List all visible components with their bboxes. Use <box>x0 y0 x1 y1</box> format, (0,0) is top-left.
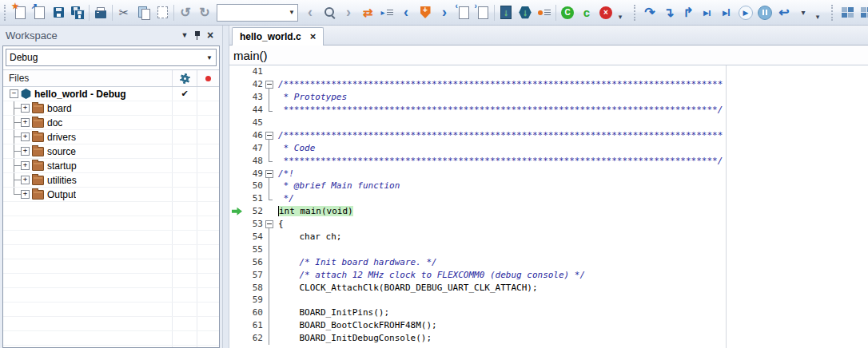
panel-splitter[interactable] <box>222 26 229 348</box>
compile-icon[interactable]: c <box>577 2 596 23</box>
workspace-close-icon[interactable]: × <box>204 29 217 42</box>
code-text[interactable]: /***************************************… <box>278 130 723 140</box>
run-to-cursor-icon[interactable]: ▸I <box>717 2 736 23</box>
navigate-swap-icon[interactable]: ⇄ <box>358 2 377 23</box>
fold-collapse-icon[interactable] <box>265 132 273 140</box>
breakpoint-column[interactable] <box>197 70 219 86</box>
prev-bookmark-icon[interactable]: ‹ <box>396 2 416 23</box>
code-text[interactable]: /* attach 12 MHz clock to FLEXCOMM0 (deb… <box>278 270 585 280</box>
breakpoint-gutter[interactable] <box>229 281 245 294</box>
rebuild-all-icon[interactable]: C <box>558 2 577 23</box>
toolbar-grip-handle[interactable] <box>4 5 8 21</box>
breakpoint-gutter[interactable] <box>229 141 245 154</box>
tree-item-startup[interactable]: +startup <box>3 159 219 173</box>
step-out-icon[interactable]: ↱ <box>679 2 698 23</box>
code-text[interactable]: * @brief Main function <box>278 180 400 191</box>
configuration-select[interactable]: Debug ▼ <box>6 49 217 66</box>
code-text[interactable]: /***************************************… <box>278 79 723 89</box>
cut-icon[interactable]: ✂ <box>114 2 133 23</box>
find-icon[interactable] <box>320 2 339 23</box>
code-text[interactable]: { <box>278 219 284 229</box>
copy-icon[interactable] <box>133 2 153 23</box>
tree-item-doc[interactable]: +doc <box>3 116 219 130</box>
prev-file-icon[interactable]: ‹ <box>454 2 473 23</box>
code-text[interactable]: int main(void) <box>278 206 353 216</box>
print-icon[interactable] <box>91 2 110 23</box>
download-and-debug-icon[interactable]: ↓ <box>516 2 535 23</box>
code-text[interactable]: * Prototypes <box>278 92 347 102</box>
tree-item-drivers[interactable]: +drivers <box>3 130 219 144</box>
tree-expander-icon[interactable]: + <box>21 147 30 156</box>
next-statement-icon[interactable]: ▸ı <box>698 2 717 23</box>
breakpoint-gutter[interactable] <box>229 180 245 192</box>
find-next-icon[interactable]: › <box>339 2 358 23</box>
code-area[interactable]: 4142/***********************************… <box>229 65 868 348</box>
memory-window-icon[interactable]: + <box>857 2 868 23</box>
code-text[interactable]: BOARD_BootClockFROHF48M(); <box>278 320 437 330</box>
code-text[interactable]: char ch; <box>278 231 341 242</box>
paste-icon[interactable] <box>153 2 172 23</box>
code-text[interactable]: /*! <box>278 168 294 179</box>
reset-icon[interactable]: ↩ <box>774 2 794 23</box>
new-document-icon[interactable]: ★ <box>10 2 30 23</box>
code-text[interactable]: BOARD_InitDebugConsole(); <box>278 333 432 343</box>
tree-expander-icon[interactable]: + <box>21 176 30 184</box>
make-download-icon[interactable]: ↓ <box>496 2 516 23</box>
fold-collapse-icon[interactable] <box>265 220 273 228</box>
redo-icon[interactable]: ↻ <box>195 2 214 23</box>
reset-options-chevron-icon[interactable]: ▾ <box>794 2 813 23</box>
stop-build-icon[interactable]: × <box>596 2 615 23</box>
fold-column[interactable] <box>263 218 277 231</box>
bookmark-list-icon[interactable]: ▸ <box>377 2 396 23</box>
save-icon[interactable] <box>49 2 68 23</box>
settings-column[interactable] <box>172 70 197 86</box>
toolbar-overflow-button[interactable]: ▾ <box>813 3 822 22</box>
breakpoints-window-icon[interactable] <box>535 2 554 23</box>
fold-collapse-icon[interactable] <box>265 170 273 178</box>
fold-column[interactable] <box>263 167 277 180</box>
fold-column[interactable] <box>263 129 277 141</box>
breakpoint-gutter[interactable] <box>229 117 245 129</box>
breakpoint-gutter[interactable] <box>229 104 245 117</box>
workspace-menu-icon[interactable]: ▼ <box>178 29 191 42</box>
next-bookmark-icon[interactable]: › <box>435 2 454 23</box>
open-document-icon[interactable]: ↗ <box>30 2 49 23</box>
code-text[interactable]: * Code <box>278 143 315 153</box>
tree-expander-icon[interactable]: + <box>21 132 30 141</box>
tree-expander-icon[interactable]: + <box>21 161 30 170</box>
breakpoint-gutter[interactable] <box>229 332 245 345</box>
breakpoint-gutter[interactable] <box>229 154 245 167</box>
tree-expander-icon[interactable]: + <box>21 190 30 199</box>
tree-expander-icon[interactable]: + <box>21 104 30 113</box>
find-previous-icon[interactable]: ‹ <box>301 2 320 23</box>
tree-item-output[interactable]: +Output <box>3 188 219 202</box>
toolbar-overflow-button[interactable]: ▾ <box>615 3 625 22</box>
undo-icon[interactable]: ↺ <box>176 2 195 23</box>
tree-expander-icon[interactable]: + <box>21 118 30 127</box>
breakpoint-gutter[interactable] <box>229 255 245 268</box>
breakpoint-gutter[interactable] <box>229 306 245 319</box>
toolbar-grip-handle[interactable] <box>634 5 638 21</box>
breakpoint-gutter[interactable] <box>229 218 245 231</box>
step-over-icon[interactable]: ↷ <box>640 2 659 23</box>
fold-column[interactable] <box>263 78 277 91</box>
breakpoint-gutter[interactable] <box>229 192 245 205</box>
tree-item-source[interactable]: +source <box>3 144 219 159</box>
toggle-bookmark-shield-icon[interactable]: + <box>416 2 435 23</box>
tree-item-utilities[interactable]: +utilities <box>3 173 219 188</box>
next-file-icon[interactable]: › <box>473 2 492 23</box>
code-text[interactable]: */ <box>278 193 294 204</box>
break-pause-icon[interactable] <box>755 2 774 23</box>
breakpoint-gutter[interactable] <box>229 167 245 180</box>
code-text[interactable]: BOARD_InitPins(); <box>278 307 389 318</box>
code-text[interactable]: ****************************************… <box>278 156 723 166</box>
quick-search-combo[interactable]: ▼ <box>217 4 298 22</box>
breakpoint-gutter[interactable] <box>229 243 245 255</box>
tab-hello-world-c[interactable]: hello_world.c × <box>232 27 324 45</box>
breakpoint-gutter[interactable] <box>229 268 245 281</box>
toolbar-grip-handle[interactable] <box>831 5 835 21</box>
code-text[interactable]: CLOCK_AttachClk(BOARD_DEBUG_UART_CLK_ATT… <box>278 283 538 293</box>
breakpoint-gutter[interactable] <box>229 205 245 218</box>
breakpoint-gutter[interactable] <box>229 78 245 91</box>
breakpoint-gutter[interactable] <box>229 231 245 243</box>
